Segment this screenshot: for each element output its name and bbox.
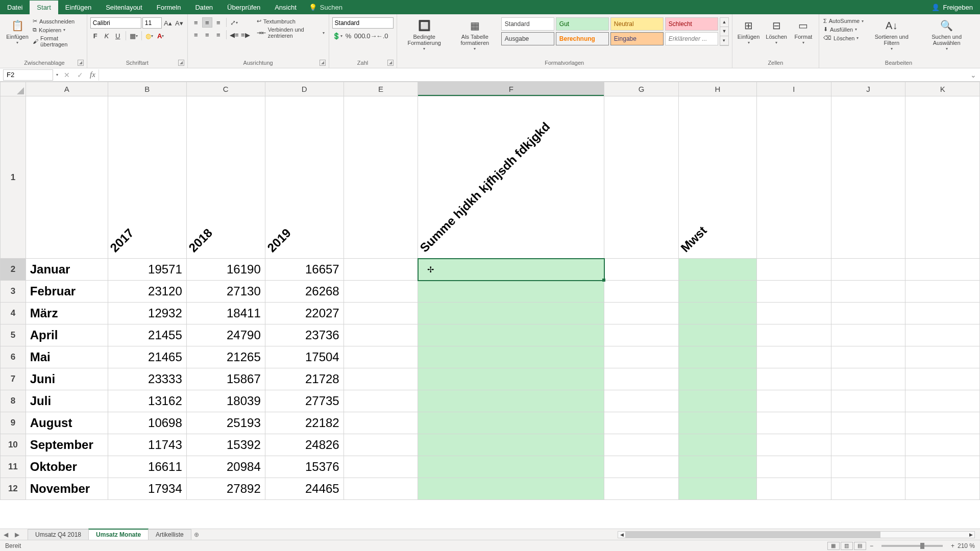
row-header-6[interactable]: 6 xyxy=(1,346,26,368)
row-header-1[interactable]: 1 xyxy=(1,96,26,259)
col-header-C[interactable]: C xyxy=(186,82,265,96)
row-header-12[interactable]: 12 xyxy=(1,478,26,500)
underline-button[interactable]: U xyxy=(113,31,123,41)
row-header-9[interactable]: 9 xyxy=(1,412,26,434)
zoom-level[interactable]: 210 % xyxy=(958,542,975,549)
col-header-G[interactable]: G xyxy=(604,82,679,96)
col-header-B[interactable]: B xyxy=(108,82,186,96)
cell-A10[interactable]: September xyxy=(26,434,108,456)
cell-D6[interactable]: 17504 xyxy=(265,346,344,368)
cell-J4[interactable] xyxy=(831,303,905,324)
new-sheet-button[interactable]: ⊕ xyxy=(191,531,202,538)
cell-I10[interactable] xyxy=(757,434,831,456)
cell-G8[interactable] xyxy=(604,390,679,412)
col-header-H[interactable]: H xyxy=(678,82,756,96)
cell-B9[interactable]: 10698 xyxy=(108,412,186,434)
col-header-I[interactable]: I xyxy=(757,82,831,96)
style-standard[interactable]: Standard xyxy=(501,17,554,31)
cell-F9[interactable] xyxy=(418,412,604,434)
align-bottom-button[interactable]: ≡ xyxy=(213,17,224,28)
style-gut[interactable]: Gut xyxy=(556,17,609,31)
cell-H5[interactable] xyxy=(678,324,756,346)
cell-B3[interactable]: 23120 xyxy=(108,281,186,303)
insert-cells-button[interactable]: ⊞Einfügen▾ xyxy=(736,17,762,46)
col-header-J[interactable]: J xyxy=(831,82,905,96)
cell-B1[interactable]: 2017 xyxy=(108,96,186,259)
borders-button[interactable]: ▦▾ xyxy=(129,31,139,41)
align-right-button[interactable]: ≡ xyxy=(213,30,224,40)
decrease-font-button[interactable]: A▾ xyxy=(174,18,184,28)
cell-F1[interactable]: Summe hjdkh kjfhjsdh fdkjgkd xyxy=(418,96,604,259)
format-painter-button[interactable]: 🖌Format übertragen xyxy=(32,35,84,48)
orientation-button[interactable]: ⤢▾ xyxy=(229,17,239,28)
font-size-select[interactable] xyxy=(142,17,162,29)
cell-D4[interactable]: 22027 xyxy=(265,303,344,324)
cell-A9[interactable]: August xyxy=(26,412,108,434)
cell-F7[interactable] xyxy=(418,368,604,390)
tab-ueberpruefen[interactable]: Überprüfen xyxy=(220,1,267,14)
cell-F6[interactable] xyxy=(418,346,604,368)
cell-C7[interactable]: 15867 xyxy=(186,368,265,390)
cell-C1[interactable]: 2018 xyxy=(186,96,265,259)
col-header-A[interactable]: A xyxy=(26,82,108,96)
cell-H12[interactable] xyxy=(678,478,756,500)
fill-color-button[interactable]: ◍▾ xyxy=(144,31,155,41)
cell-D2[interactable]: 16657 xyxy=(265,259,344,281)
cell-A11[interactable]: Oktober xyxy=(26,456,108,478)
cell-C9[interactable]: 25193 xyxy=(186,412,265,434)
tab-seitenlayout[interactable]: Seitenlayout xyxy=(99,1,150,14)
view-page-layout-button[interactable]: ▥ xyxy=(841,542,853,550)
fx-icon[interactable]: fx xyxy=(87,70,99,79)
zoom-out-button[interactable]: − xyxy=(870,542,873,549)
cell-K1[interactable] xyxy=(905,96,980,259)
cell-I12[interactable] xyxy=(757,478,831,500)
view-page-break-button[interactable]: ▤ xyxy=(854,542,866,550)
cut-button[interactable]: ✂Ausschneiden xyxy=(32,17,84,25)
italic-button[interactable]: K xyxy=(102,31,112,41)
cell-K4[interactable] xyxy=(905,303,980,324)
cell-J7[interactable] xyxy=(831,368,905,390)
cell-C8[interactable]: 18039 xyxy=(186,390,265,412)
cell-I3[interactable] xyxy=(757,281,831,303)
fill-button[interactable]: ⬇Ausfüllen▾ xyxy=(822,26,865,33)
cell-J10[interactable] xyxy=(831,434,905,456)
cell-I1[interactable] xyxy=(757,96,831,259)
cell-B2[interactable]: 19571 xyxy=(108,259,186,281)
cell-A12[interactable]: November xyxy=(26,478,108,500)
style-berechnung[interactable]: Berechnung xyxy=(556,32,609,45)
cell-D11[interactable]: 15376 xyxy=(265,456,344,478)
cell-E12[interactable] xyxy=(344,478,418,500)
bold-button[interactable]: F xyxy=(90,31,101,41)
wrap-text-button[interactable]: ↩Textumbruch xyxy=(256,17,326,25)
cell-J1[interactable] xyxy=(831,96,905,259)
cell-E4[interactable] xyxy=(344,303,418,324)
cell-B10[interactable]: 11743 xyxy=(108,434,186,456)
cell-H4[interactable] xyxy=(678,303,756,324)
increase-decimal-button[interactable]: .0→ xyxy=(366,31,376,41)
autosum-button[interactable]: ΣAutoSumme▾ xyxy=(822,17,865,24)
cell-E10[interactable] xyxy=(344,434,418,456)
sheet-tab-0[interactable]: Umsatz Q4 2018 xyxy=(28,529,89,540)
dialog-launcher-icon[interactable]: ◢ xyxy=(320,60,326,66)
sheet-nav-prev[interactable]: ◀ xyxy=(0,531,11,538)
row-header-2[interactable]: 2 xyxy=(1,259,26,281)
cell-A2[interactable]: Januar xyxy=(26,259,108,281)
zoom-in-button[interactable]: + xyxy=(951,542,954,549)
sheet-tab-1[interactable]: Umsatz Monate xyxy=(88,529,149,540)
cell-D8[interactable]: 27735 xyxy=(265,390,344,412)
cell-E3[interactable] xyxy=(344,281,418,303)
merge-center-button[interactable]: ⇥⇤Verbinden und zentrieren▾ xyxy=(256,26,326,39)
cell-I11[interactable] xyxy=(757,456,831,478)
cell-F10[interactable] xyxy=(418,434,604,456)
row-header-3[interactable]: 3 xyxy=(1,281,26,303)
cell-G11[interactable] xyxy=(604,456,679,478)
format-as-table-button[interactable]: ▦Als Tabelle formatieren▾ xyxy=(451,17,499,53)
tab-daten[interactable]: Daten xyxy=(188,1,220,14)
cell-C6[interactable]: 21265 xyxy=(186,346,265,368)
cell-H6[interactable] xyxy=(678,346,756,368)
cell-K6[interactable] xyxy=(905,346,980,368)
cell-G2[interactable] xyxy=(604,259,679,281)
cell-G6[interactable] xyxy=(604,346,679,368)
cell-J8[interactable] xyxy=(831,390,905,412)
cell-F8[interactable] xyxy=(418,390,604,412)
